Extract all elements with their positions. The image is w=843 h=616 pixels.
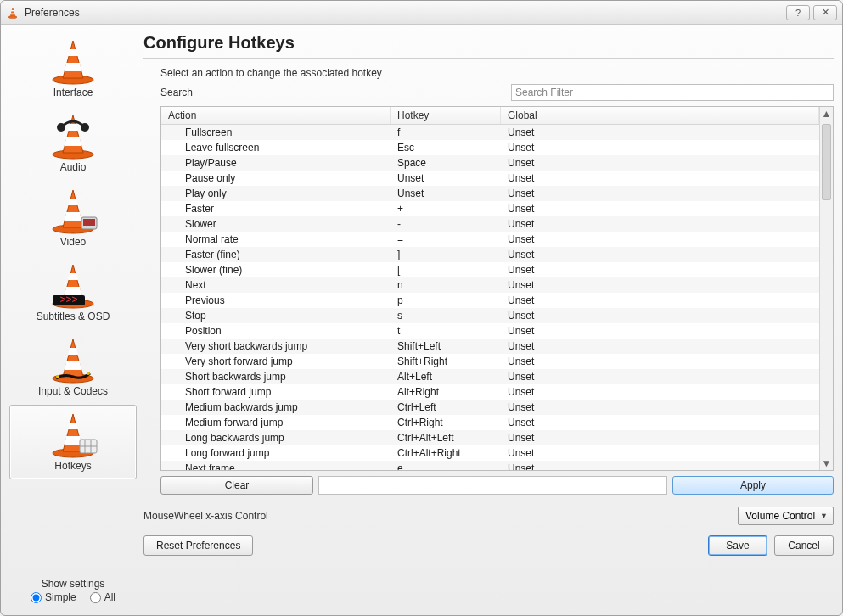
- svg-marker-0: [10, 8, 15, 17]
- table-row[interactable]: Long backwards jump Ctrl+Alt+Left Unset: [161, 430, 819, 445]
- svg-marker-11: [65, 137, 81, 146]
- cell-hotkey: Esc: [391, 140, 501, 155]
- cell-action: Faster: [161, 201, 391, 216]
- table-row[interactable]: Play/Pause Space Unset: [161, 155, 819, 171]
- sidebar-item-hotkeys[interactable]: Hotkeys: [9, 405, 137, 479]
- col-hotkey-header[interactable]: Hotkey: [391, 107, 501, 124]
- table-row[interactable]: Long forward jump Ctrl+Alt+Right Unset: [161, 445, 819, 461]
- cell-action: Position: [161, 323, 391, 339]
- cell-action: Leave fullscreen: [161, 140, 391, 155]
- radio-all[interactable]: All: [90, 591, 115, 603]
- sidebar-icon: >>>: [46, 261, 100, 309]
- table-row[interactable]: Stop s Unset: [161, 308, 819, 323]
- table-row[interactable]: Short backwards jump Alt+Left Unset: [161, 369, 819, 384]
- search-row: Search: [160, 84, 834, 101]
- table-row[interactable]: Faster (fine) ] Unset: [161, 247, 819, 262]
- svg-point-13: [81, 123, 89, 132]
- svg-rect-19: [83, 219, 95, 226]
- cell-action: Next: [161, 277, 391, 293]
- table-row[interactable]: Short forward jump Alt+Right Unset: [161, 384, 819, 400]
- table-row[interactable]: Medium backwards jump Ctrl+Left Unset: [161, 400, 819, 415]
- svg-marker-22: [68, 273, 78, 280]
- search-label: Search: [160, 87, 211, 98]
- sidebar-item-interface[interactable]: Interface: [9, 31, 137, 106]
- scroll-thumb[interactable]: [822, 124, 831, 200]
- sidebar-item-label: Input & Codecs: [38, 385, 108, 397]
- window-title: Preferences: [25, 7, 783, 19]
- svg-marker-29: [65, 361, 81, 370]
- table-row[interactable]: Position t Unset: [161, 323, 819, 339]
- apply-button[interactable]: Apply: [672, 476, 834, 495]
- reset-preferences-button[interactable]: Reset Preferences: [143, 535, 253, 556]
- table-row[interactable]: Previous p Unset: [161, 293, 819, 308]
- table-row[interactable]: Next n Unset: [161, 277, 819, 293]
- scroll-up-icon[interactable]: ▲: [820, 107, 833, 120]
- cell-global: Unset: [501, 247, 819, 262]
- mousewheel-combo[interactable]: Volume Control ▼: [738, 507, 834, 525]
- table-header: Action Hotkey Global: [161, 107, 819, 125]
- table-row[interactable]: Very short backwards jump Shift+Left Uns…: [161, 339, 819, 354]
- hotkey-table: Action Hotkey Global Fullscreen f UnsetL…: [160, 106, 834, 471]
- cell-action: Long backwards jump: [161, 430, 391, 445]
- sidebar-icon: [46, 187, 100, 234]
- cell-global: Unset: [501, 171, 819, 186]
- table-row[interactable]: Play only Unset Unset: [161, 186, 819, 201]
- table-row[interactable]: Pause only Unset Unset: [161, 171, 819, 186]
- sidebar-item-audio[interactable]: Audio: [9, 106, 137, 181]
- cell-hotkey: Space: [391, 155, 501, 171]
- close-button[interactable]: ✕: [813, 5, 837, 20]
- svg-point-12: [57, 123, 65, 132]
- hotkey-input[interactable]: [318, 476, 667, 495]
- scroll-down-icon[interactable]: ▼: [820, 456, 833, 470]
- sidebar-item-video[interactable]: Video: [9, 181, 137, 255]
- cell-hotkey: t: [391, 323, 501, 339]
- col-global-header[interactable]: Global: [501, 107, 819, 124]
- cell-hotkey: s: [391, 308, 501, 323]
- svg-marker-7: [65, 63, 81, 71]
- cell-action: Fullscreen: [161, 125, 391, 140]
- sidebar-item-subtitles-osd[interactable]: >>> Subtitles & OSD: [9, 255, 137, 330]
- cell-global: Unset: [501, 293, 819, 308]
- help-button[interactable]: ?: [786, 5, 810, 20]
- cell-action: Medium backwards jump: [161, 400, 391, 415]
- cell-action: Normal rate: [161, 232, 391, 247]
- sidebar: Interface Audio Video >>> Subtitles & OS…: [9, 31, 137, 607]
- sidebar-icon: [46, 112, 100, 160]
- cell-action: Next frame: [161, 461, 391, 470]
- table-row[interactable]: Medium forward jump Ctrl+Right Unset: [161, 415, 819, 430]
- radio-simple[interactable]: Simple: [31, 591, 76, 603]
- footer-row: Reset Preferences Save Cancel: [143, 535, 834, 556]
- table-row[interactable]: Next frame e Unset: [161, 461, 819, 470]
- cell-action: Faster (fine): [161, 247, 391, 262]
- table-row[interactable]: Faster + Unset: [161, 201, 819, 216]
- vertical-scrollbar[interactable]: ▲ ▼: [819, 107, 833, 470]
- sidebar-icon: [46, 37, 100, 85]
- cell-hotkey: -: [391, 216, 501, 232]
- cell-action: Previous: [161, 293, 391, 308]
- col-action-header[interactable]: Action: [161, 107, 391, 124]
- sidebar-item-label: Interface: [53, 87, 93, 98]
- table-row[interactable]: Slower - Unset: [161, 216, 819, 232]
- mousewheel-value: Volume Control: [745, 510, 815, 522]
- search-input[interactable]: [511, 84, 834, 101]
- cell-action: Short backwards jump: [161, 369, 391, 384]
- cell-action: Very short backwards jump: [161, 339, 391, 354]
- cancel-button[interactable]: Cancel: [774, 535, 834, 556]
- save-button[interactable]: Save: [708, 535, 767, 556]
- table-row[interactable]: Slower (fine) [ Unset: [161, 262, 819, 277]
- cell-global: Unset: [501, 461, 819, 470]
- table-row[interactable]: Very short forward jump Shift+Right Unse…: [161, 354, 819, 369]
- table-row[interactable]: Fullscreen f Unset: [161, 125, 819, 140]
- vlc-cone-icon: [6, 6, 20, 20]
- cell-hotkey: e: [391, 461, 501, 470]
- cell-hotkey: Alt+Right: [391, 384, 501, 400]
- table-row[interactable]: Normal rate = Unset: [161, 232, 819, 247]
- sidebar-icon: [46, 336, 100, 384]
- svg-marker-28: [68, 348, 78, 355]
- svg-marker-35: [65, 436, 81, 445]
- table-row[interactable]: Leave fullscreen Esc Unset: [161, 140, 819, 155]
- cell-global: Unset: [501, 384, 819, 400]
- below-table-row: Clear Apply: [160, 476, 834, 495]
- clear-button[interactable]: Clear: [160, 476, 313, 495]
- sidebar-item-input-codecs[interactable]: Input & Codecs: [9, 330, 137, 405]
